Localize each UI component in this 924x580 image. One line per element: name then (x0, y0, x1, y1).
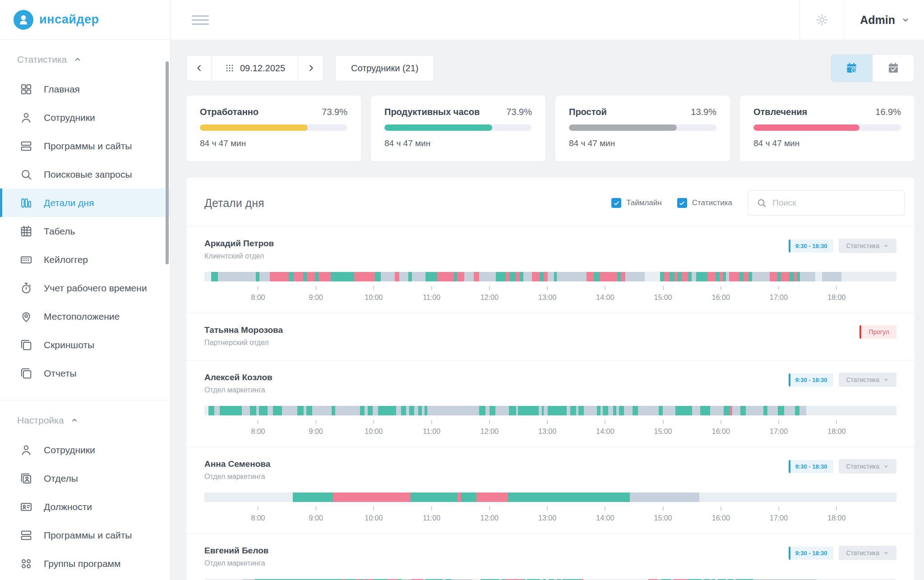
timeline-segment[interactable] (479, 406, 485, 415)
timeline-segment[interactable] (548, 406, 566, 415)
row-statistics-dropdown[interactable]: Статистика (839, 546, 896, 560)
timeline-segment[interactable] (682, 272, 688, 281)
section-toggle-статистика[interactable]: Статистика (0, 54, 170, 65)
row-statistics-dropdown[interactable]: Статистика (839, 459, 896, 474)
sidebar-item-группы-программ[interactable]: Группы программ (0, 549, 170, 578)
timeline-segment[interactable] (425, 272, 437, 281)
timeline-segment[interactable] (748, 272, 752, 281)
timeline-segment[interactable] (506, 272, 509, 281)
timeline-segment[interactable] (437, 272, 454, 281)
timeline-segment[interactable] (777, 272, 781, 281)
timeline-segment[interactable] (778, 406, 784, 415)
timeline-segment[interactable] (532, 272, 540, 281)
timeline-segment[interactable] (696, 272, 707, 281)
sidebar-item-главная[interactable]: Главная (0, 75, 170, 103)
timeline-segment[interactable] (427, 406, 479, 415)
sidebar-item-учет-рабочего-времени[interactable]: Учет рабочего времени (0, 274, 170, 302)
row-statistics-dropdown[interactable]: Статистика (839, 373, 896, 387)
timeline-segment[interactable] (630, 493, 699, 502)
timeline-segment[interactable] (729, 272, 739, 281)
timeline-segment[interactable] (457, 272, 464, 281)
timeline-segment[interactable] (461, 493, 476, 502)
timeline-segment[interactable] (724, 406, 730, 415)
timeline-segment[interactable] (794, 272, 798, 281)
timeline-segment[interactable] (378, 406, 396, 415)
timeline-segment[interactable] (204, 493, 293, 502)
timeline-segment[interactable] (659, 406, 663, 415)
timeline-segment[interactable] (767, 406, 778, 415)
timeline-segment[interactable] (294, 272, 303, 281)
sidebar-item-должности[interactable]: Должности (0, 493, 170, 521)
timeline-segment[interactable] (544, 272, 548, 281)
timeline-segment[interactable] (663, 406, 675, 415)
timeline-segment[interactable] (587, 272, 594, 281)
timeline-segment[interactable] (584, 406, 594, 415)
timeline-segment[interactable] (675, 406, 692, 415)
timeline-segment[interactable] (763, 406, 767, 415)
schedule-view-button[interactable] (873, 55, 914, 82)
timeline-segment[interactable] (770, 272, 777, 281)
timeline-segment[interactable] (795, 406, 799, 415)
timeline-segment[interactable] (633, 406, 638, 415)
timeline-segment[interactable] (746, 406, 763, 415)
timeline-segment[interactable] (557, 272, 587, 281)
timeline-view-button[interactable] (831, 55, 873, 82)
timeline-segment[interactable] (259, 406, 267, 415)
timeline-segment[interactable] (516, 272, 520, 281)
timeline-segment[interactable] (381, 272, 394, 281)
sidebar-item-местоположение[interactable]: Местоположение (0, 302, 170, 331)
timeline-segment[interactable] (509, 272, 516, 281)
sidebar-item-скриншоты[interactable]: Скриншоты (0, 331, 170, 359)
timeline-segment[interactable] (744, 272, 748, 281)
timeline-segment[interactable] (333, 493, 411, 502)
hamburger-menu-icon[interactable] (192, 15, 209, 25)
timeline-segment[interactable] (401, 406, 406, 415)
timeline-segment[interactable] (617, 272, 621, 281)
timeline-segment[interactable] (841, 272, 896, 281)
timeline-segment[interactable] (496, 272, 506, 281)
sidebar-item-программы-и-сайты[interactable]: Программы и сайты (0, 132, 170, 160)
timeline-segment[interactable] (220, 406, 242, 415)
timeline-segment[interactable] (624, 406, 632, 415)
timeline-segment[interactable] (406, 406, 410, 415)
section-toggle-настройка[interactable]: Настройка (0, 415, 170, 426)
timeline-segment[interactable] (815, 272, 822, 281)
sidebar-scrollbar[interactable] (166, 61, 169, 264)
timeline-segment[interactable] (700, 406, 710, 415)
prev-day-button[interactable] (186, 55, 212, 81)
timeline-segment[interactable] (375, 272, 381, 281)
timeline-segment[interactable] (211, 272, 218, 281)
timeline-segment[interactable] (799, 406, 806, 415)
sidebar-item-кейлоггер[interactable]: Кейлоггер (0, 245, 170, 274)
timeline-segment[interactable] (726, 272, 730, 281)
timeline-segment[interactable] (518, 406, 539, 415)
timeline-segment[interactable] (414, 406, 418, 415)
timeline-segment[interactable] (523, 272, 532, 281)
timeline-segment[interactable] (479, 272, 496, 281)
timeline-segment[interactable] (373, 406, 378, 415)
timeline-segment[interactable] (600, 272, 618, 281)
statistics-checkbox[interactable]: Статистика (677, 198, 732, 208)
timeline-segment[interactable] (368, 406, 373, 415)
timeline-segment[interactable] (790, 272, 794, 281)
sidebar-item-отчеты[interactable]: Отчеты (0, 359, 170, 387)
timeline-segment[interactable] (312, 406, 332, 415)
timeline-segment[interactable] (675, 272, 678, 281)
timeline-segment[interactable] (204, 406, 208, 415)
sidebar-item-поисковые-запросы[interactable]: Поисковые запросы (0, 160, 170, 189)
timeline-segment[interactable] (354, 272, 375, 281)
timeline-segment[interactable] (464, 272, 474, 281)
timeline-segment[interactable] (699, 493, 896, 502)
timeline-segment[interactable] (578, 406, 584, 415)
timeline-segment[interactable] (270, 272, 289, 281)
timeline-segment[interactable] (273, 406, 282, 415)
timeline-segment[interactable] (457, 493, 461, 502)
timeline-segment[interactable] (752, 272, 770, 281)
timeline-segment[interactable] (411, 493, 457, 502)
timeline-segment[interactable] (570, 406, 577, 415)
timeline-segment[interactable] (214, 406, 220, 415)
timeline-segment[interactable] (567, 406, 570, 415)
sidebar-item-сотрудники[interactable]: Сотрудники (0, 103, 170, 132)
timeline-segment[interactable] (204, 272, 211, 281)
sidebar-item-сотрудники[interactable]: Сотрудники (0, 436, 170, 464)
